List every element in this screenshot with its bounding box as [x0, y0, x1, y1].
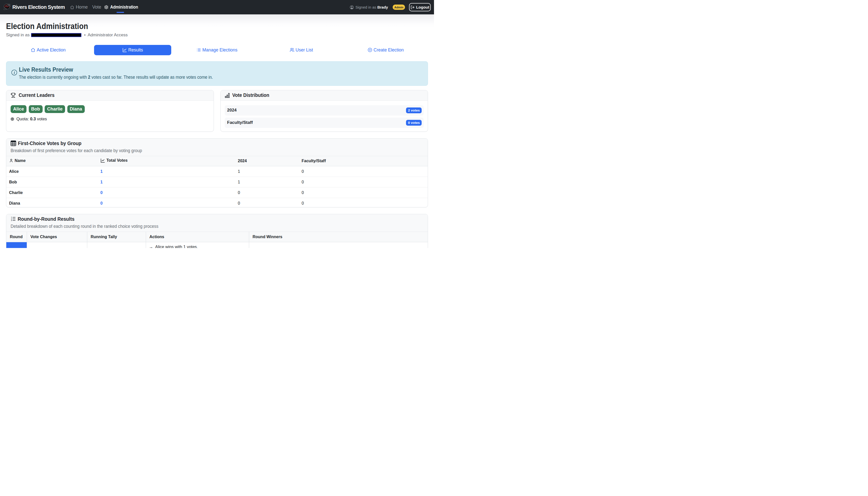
svg-text:3: 3	[11, 219, 12, 221]
svg-text:i: i	[14, 71, 15, 75]
